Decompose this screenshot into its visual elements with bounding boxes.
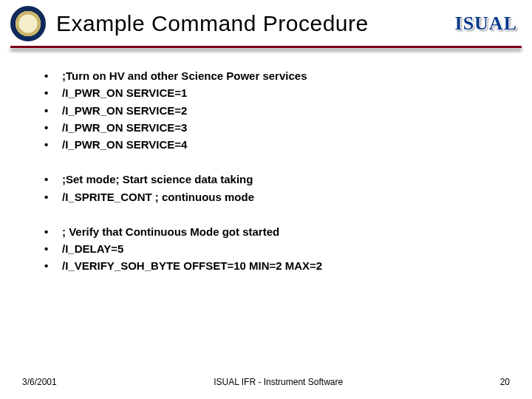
seal-icon	[10, 6, 46, 41]
bullet-icon	[44, 67, 62, 84]
bullet-icon	[44, 119, 62, 136]
bullet-line: /I_PWR_ON SERVICE=4	[44, 136, 502, 153]
bullet-group: ; Verify that Continuous Mode got starte…	[44, 223, 502, 275]
bullet-text: /I_PWR_ON SERVICE=1	[62, 84, 187, 101]
slide-footer: 3/6/2001 ISUAL IFR - Instrument Software…	[0, 377, 532, 387]
slide-content: ;Turn on HV and other Science Power serv…	[0, 48, 532, 275]
bullet-icon	[44, 240, 62, 257]
bullet-line: /I_SPRITE_CONT ; continuous mode	[44, 188, 502, 205]
bullet-icon	[44, 188, 62, 205]
bullet-line: /I_DELAY=5	[44, 240, 502, 257]
bullet-line: /I_PWR_ON SERVICE=1	[44, 84, 502, 101]
bullet-icon	[44, 84, 62, 101]
footer-date: 3/6/2001	[22, 377, 57, 387]
bullet-line: /I_PWR_ON SERVICE=2	[44, 102, 502, 119]
bullet-text: ;Set mode; Start science data taking	[62, 171, 253, 188]
bullet-text: ;Turn on HV and other Science Power serv…	[62, 67, 307, 84]
bullet-text: ; Verify that Continuous Mode got starte…	[62, 223, 279, 240]
bullet-line: /I_PWR_ON SERVICE=3	[44, 119, 502, 136]
footer-page-number: 20	[500, 377, 510, 387]
bullet-text: /I_PWR_ON SERVICE=2	[62, 102, 187, 119]
slide-title: Example Command Procedure	[56, 11, 445, 36]
bullet-text: /I_DELAY=5	[62, 240, 123, 257]
isual-logo: ISUAL	[455, 13, 517, 35]
bullet-icon	[44, 136, 62, 153]
bullet-group: ;Turn on HV and other Science Power serv…	[44, 67, 502, 153]
bullet-icon	[44, 102, 62, 119]
footer-title: ISUAL IFR - Instrument Software	[57, 377, 500, 387]
bullet-text: /I_PWR_ON SERVICE=3	[62, 119, 187, 136]
bullet-line: ; Verify that Continuous Mode got starte…	[44, 223, 502, 240]
bullet-group: ;Set mode; Start science data taking /I_…	[44, 171, 502, 205]
bullet-line: ;Turn on HV and other Science Power serv…	[44, 67, 502, 84]
bullet-icon	[44, 223, 62, 240]
bullet-icon	[44, 171, 62, 188]
bullet-text: /I_PWR_ON SERVICE=4	[62, 136, 187, 153]
bullet-icon	[44, 257, 62, 274]
bullet-line: ;Set mode; Start science data taking	[44, 171, 502, 188]
bullet-text: /I_SPRITE_CONT ; continuous mode	[62, 188, 254, 205]
bullet-text: /I_VERIFY_SOH_BYTE OFFSET=10 MIN=2 MAX=2	[62, 257, 322, 274]
bullet-line: /I_VERIFY_SOH_BYTE OFFSET=10 MIN=2 MAX=2	[44, 257, 502, 274]
slide-header: Example Command Procedure ISUAL	[0, 0, 532, 41]
